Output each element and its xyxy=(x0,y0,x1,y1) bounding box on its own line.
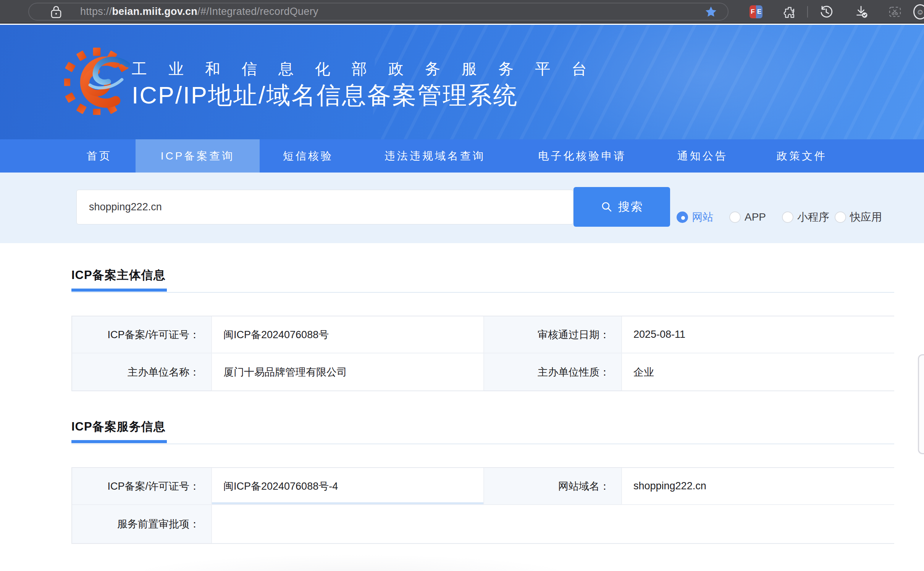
radio-app[interactable]: APP xyxy=(729,211,766,223)
subject-org-nature-value: 企业 xyxy=(622,353,894,390)
nav-item-home[interactable]: 首页 xyxy=(73,139,126,173)
radio-website-dot xyxy=(677,211,688,223)
system-title: ICP/IP地址/域名信息备案管理系统 xyxy=(132,79,519,112)
header-highlight xyxy=(535,25,878,139)
browser-toolbar: https://beian.miit.gov.cn/#/Integrated/r… xyxy=(0,0,924,24)
page-scrollbar-thumb[interactable] xyxy=(918,354,924,454)
radio-miniprogram-dot xyxy=(782,211,793,223)
nav-item-icp-record-query[interactable]: ICP备案查询 xyxy=(136,139,260,173)
subject-license-label: ICP备案/许可证号： xyxy=(72,316,212,353)
radio-website-label: 网站 xyxy=(692,210,713,224)
miit-logo xyxy=(64,47,132,115)
fe-extension-icon[interactable]: FE xyxy=(749,5,763,19)
screenshot-tool-icon[interactable] xyxy=(888,5,902,19)
radio-miniprogram-label: 小程序 xyxy=(797,210,829,224)
service-section-title: ICP备案服务信息 xyxy=(71,419,894,435)
subject-license-value: 闽ICP备2024076088号 xyxy=(212,316,484,353)
history-icon[interactable] xyxy=(819,5,833,19)
url-host: beian.miit.gov.cn xyxy=(112,6,197,17)
url-text: https://beian.miit.gov.cn/#/Integrated/r… xyxy=(80,6,705,18)
downloads-icon[interactable] xyxy=(855,5,868,19)
footer-shadow xyxy=(126,554,577,571)
service-license-value: 闽ICP备2024076088号-4 xyxy=(212,468,484,505)
toolbar-divider xyxy=(807,6,808,18)
service-domain-label: 网站域名： xyxy=(484,468,622,505)
lock-icon xyxy=(50,5,62,18)
service-pre-approval-label: 服务前置审批项： xyxy=(72,505,212,543)
service-divider-line xyxy=(71,444,894,444)
search-input[interactable] xyxy=(76,190,573,224)
url-path: /#/Integrated/recordQuery xyxy=(197,6,318,17)
site-header: 工业和信息化部政务服务平台 ICP/IP地址/域名信息备案管理系统 xyxy=(0,25,924,139)
nav-item-illegal-domain-query[interactable]: 违法违规域名查询 xyxy=(374,139,496,173)
nav-item-notices[interactable]: 通知公告 xyxy=(659,139,746,173)
profile-avatar[interactable]: ☺ xyxy=(913,5,924,19)
magnifier-icon xyxy=(601,201,613,213)
main-nav: 首页 ICP备案查询 短信核验 违法违规域名查询 电子化核验申请 通知公告 政策… xyxy=(0,139,924,173)
url-scheme: https:// xyxy=(80,6,112,17)
nav-item-policy-documents[interactable]: 政策文件 xyxy=(758,139,846,173)
subject-approve-date-label: 审核通过日期： xyxy=(484,316,622,353)
radio-quickapp-label: 快应用 xyxy=(850,210,882,224)
radio-quickapp[interactable]: 快应用 xyxy=(835,210,882,224)
subject-approve-date-value: 2025-08-11 xyxy=(622,316,894,353)
subject-title-underline xyxy=(71,289,167,292)
results-content: ICP备案主体信息 ICP备案/许可证号： 闽ICP备2024076088号 审… xyxy=(71,243,894,544)
search-section: 搜索 网站 APP 小程序 快应用 xyxy=(0,173,924,243)
service-domain-value: shopping222.cn xyxy=(622,468,894,505)
platform-subtitle: 工业和信息化部政务服务平台 xyxy=(132,58,608,79)
subject-org-name-label: 主办单位名称： xyxy=(72,353,212,390)
search-button-label: 搜索 xyxy=(618,199,643,215)
radio-quickapp-dot xyxy=(835,211,846,223)
subject-org-name-value: 厦门十易品牌管理有限公司 xyxy=(212,353,484,390)
radio-app-label: APP xyxy=(745,211,766,223)
radio-miniprogram[interactable]: 小程序 xyxy=(782,210,829,224)
service-pre-approval-value xyxy=(212,505,894,543)
radio-app-dot xyxy=(729,211,741,223)
service-license-label: ICP备案/许可证号： xyxy=(72,468,212,505)
search-type-options: 网站 APP 小程序 快应用 xyxy=(677,210,882,224)
url-bar[interactable]: https://beian.miit.gov.cn/#/Integrated/r… xyxy=(28,3,729,21)
subject-info-table: ICP备案/许可证号： 闽ICP备2024076088号 审核通过日期： 202… xyxy=(71,316,894,391)
nav-item-electronic-verification[interactable]: 电子化核验申请 xyxy=(525,139,640,173)
service-title-underline xyxy=(71,440,167,443)
subject-section-title: ICP备案主体信息 xyxy=(71,267,894,283)
bookmark-star-icon[interactable] xyxy=(705,6,717,18)
radio-website[interactable]: 网站 xyxy=(677,210,713,224)
subject-org-nature-label: 主办单位性质： xyxy=(484,353,622,390)
search-button[interactable]: 搜索 xyxy=(573,187,670,227)
extensions-puzzle-icon[interactable] xyxy=(783,5,796,19)
subject-divider-line xyxy=(71,292,894,293)
nav-item-sms-verify[interactable]: 短信核验 xyxy=(270,139,346,173)
service-info-table: ICP备案/许可证号： 闽ICP备2024076088号-4 网站域名： sho… xyxy=(71,467,894,544)
